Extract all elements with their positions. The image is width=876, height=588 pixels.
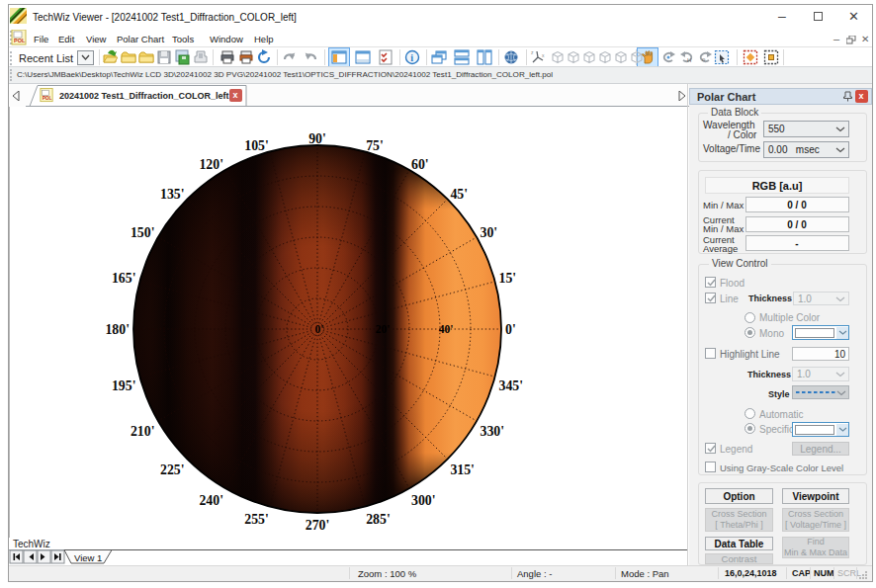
svg-text:View 1: View 1: [74, 552, 102, 563]
svg-text:345': 345': [499, 378, 524, 393]
svg-text:POL: POL: [43, 96, 52, 101]
svg-text:0': 0': [505, 322, 516, 337]
svg-text:20': 20': [376, 323, 391, 335]
svg-text:0': 0': [315, 323, 324, 335]
svg-text:180': 180': [105, 322, 130, 337]
svg-text:40': 40': [439, 323, 454, 335]
svg-text:330': 330': [481, 424, 505, 439]
svg-text:15': 15': [499, 271, 517, 286]
svg-text:135': 135': [160, 187, 185, 202]
svg-text:300': 300': [411, 493, 436, 508]
svg-text:210': 210': [131, 424, 155, 439]
svg-text:105': 105': [244, 138, 269, 153]
svg-text:x: x: [542, 52, 545, 58]
svg-text:225': 225': [160, 462, 185, 477]
svg-text:z: z: [531, 49, 534, 55]
svg-text:165': 165': [112, 271, 136, 286]
svg-text:75': 75': [366, 138, 384, 153]
svg-text:90': 90': [308, 131, 326, 146]
svg-text:120': 120': [199, 157, 223, 172]
svg-text:315': 315': [450, 462, 475, 477]
svg-text:H: H: [687, 57, 691, 63]
svg-text:270': 270': [306, 518, 330, 533]
svg-text:240': 240': [199, 493, 223, 508]
svg-text:60': 60': [411, 157, 429, 172]
svg-text:150': 150': [131, 225, 155, 240]
svg-text:195': 195': [112, 378, 136, 393]
svg-text:45': 45': [450, 187, 468, 202]
svg-text:255': 255': [244, 512, 269, 527]
svg-text:30': 30': [481, 225, 498, 240]
svg-text:i: i: [410, 52, 413, 63]
svg-text:POL: POL: [14, 38, 26, 43]
svg-text:285': 285': [366, 512, 391, 527]
